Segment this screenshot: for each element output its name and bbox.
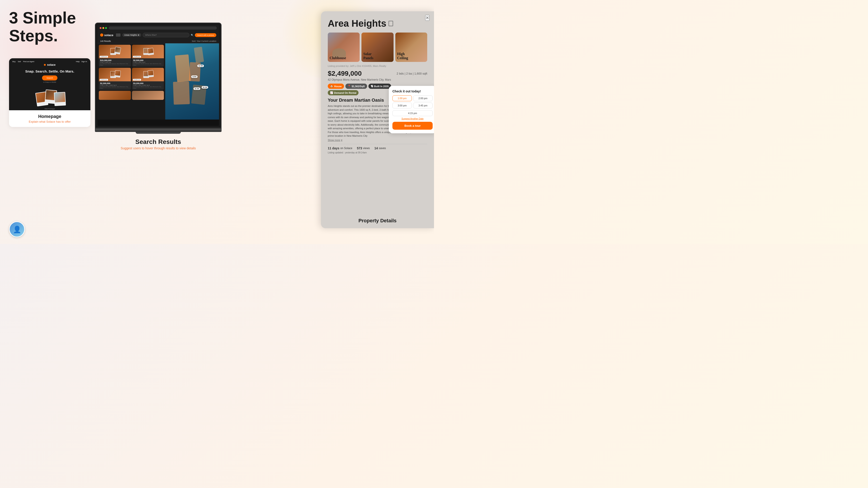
- listing-card[interactable]: Clubhouse $2,500,000 2 bd | 1,900 Sq ft …: [132, 45, 164, 67]
- main-title: 3 Simple Steps.: [9, 9, 99, 45]
- map-view: $2.5M $15M $2.3M $5.2M: [165, 43, 219, 120]
- mockup-polaroids: [36, 92, 63, 106]
- property-panel: ✕ Area Heights Clubhouse SolarPanels Hig…: [321, 11, 434, 228]
- laptop-stand: [135, 132, 181, 134]
- listing-image: Clubhouse: [99, 45, 131, 58]
- listing-card[interactable]: Clubhouse $15,300,000 4 bd | 3,600 Sq 42…: [99, 45, 131, 67]
- listing-updated: Listing updated : yesterday at 09:14am: [328, 151, 427, 154]
- trend-icon: 📈: [330, 91, 333, 94]
- listing-address: 42 Olympus Mons Avenue, New Marineris Ci…: [133, 63, 163, 66]
- show-more-button[interactable]: Show more ▾: [328, 139, 427, 142]
- results-count: 140 Results: [100, 40, 111, 42]
- prop-img-label-2: SolarPanels: [363, 52, 373, 60]
- listing-tag: Clubhouse: [100, 56, 108, 58]
- tag-rental[interactable]: 📈 Demand On Rental: [328, 90, 359, 95]
- map-block: [173, 81, 190, 105]
- laptop-section: solace Areas Heights ⊗ Where Else? 🔍: [95, 23, 221, 150]
- step1-info: Homepage Explain what Solace has to offe…: [9, 110, 90, 127]
- map-pin: $5.2M: [202, 86, 208, 89]
- app-search-bar: Areas Heights ⊗ Where Else? 🔍 Search wit…: [122, 33, 216, 37]
- property-image-3[interactable]: HighCeiling: [395, 33, 427, 62]
- listing-image: Clubhouse: [132, 45, 164, 58]
- close-button[interactable]: ✕: [425, 15, 430, 21]
- mockup-logo: solace: [44, 63, 55, 66]
- bookmark-icon[interactable]: [389, 21, 393, 26]
- book-tour-button[interactable]: Book a tour: [393, 122, 433, 130]
- app-logo-text: solace: [104, 33, 113, 37]
- time-slot-345pm[interactable]: 3:45 pm: [413, 103, 433, 108]
- map-background: [165, 43, 219, 120]
- suggest-another-date[interactable]: Suggest Another Date: [393, 118, 433, 120]
- listing-card[interactable]: [99, 91, 131, 100]
- listing-tag: Clubhouse: [100, 79, 108, 80]
- results-bar: 140 Results Sort: Your Current Location: [97, 39, 219, 43]
- chevron-down-icon: ▾: [341, 139, 342, 142]
- price-row: $2,499,000 2 bds | 2 ba | 1,600 sqft: [328, 70, 427, 77]
- laptop-screen-inner: solace Areas Heights ⊗ Where Else? 🔍: [97, 31, 219, 126]
- stat-views: 573 views: [357, 147, 370, 150]
- app-logo: solace: [100, 33, 113, 37]
- listing-card[interactable]: Clubhouse $3,200,000 3 bd | 2 ba | 2,000…: [132, 68, 164, 90]
- property-image-1[interactable]: Clubhouse: [328, 33, 360, 62]
- location-tag-text: Areas Heights: [124, 34, 137, 36]
- step2-title: Search Results: [95, 138, 221, 145]
- property-images: Clubhouse SolarPanels HighCeiling: [328, 33, 427, 62]
- menu-icon[interactable]: [116, 33, 121, 37]
- listing-details: 4 bd | 2 ba | 1,600 Sq ft: [100, 85, 129, 86]
- time-slot-1pm[interactable]: 1:00 pm: [393, 95, 412, 101]
- search-input[interactable]: Where Else?: [143, 33, 189, 37]
- time-slot-415pm[interactable]: 4:15 pm: [393, 110, 433, 116]
- time-slot-2pm[interactable]: 2:00 pm: [413, 95, 433, 101]
- build-icon: 🏗: [371, 85, 373, 88]
- listing-price: $2,500,000: [133, 59, 163, 61]
- app-header: solace Areas Heights ⊗ Where Else? 🔍: [97, 31, 219, 39]
- booking-title: Check it out today!: [393, 90, 433, 93]
- sort-button[interactable]: Sort: Your Current Location: [192, 40, 216, 42]
- listing-image: Clubhouse: [132, 68, 164, 81]
- listing-tag: Clubhouse: [133, 56, 141, 58]
- listings-grid: Clubhouse $15,300,000 4 bd | 3,600 Sq 42…: [97, 43, 165, 120]
- homepage-step-card: Buy Sell Find an Agent Help Sign In sola…: [9, 58, 90, 127]
- listing-price: $2,300,000: [100, 82, 129, 85]
- listing-details: 2 bd | 1,900 Sq ft: [133, 61, 163, 63]
- prop-img-label-3: HighCeiling: [397, 52, 408, 60]
- map-block: [175, 54, 191, 82]
- listing-price: $3,200,000: [133, 82, 163, 85]
- location-tag[interactable]: Areas Heights ⊗: [122, 33, 141, 37]
- listing-info: $15,300,000 4 bd | 3,600 Sq 42 Olympus M…: [99, 58, 131, 67]
- dot-red: [100, 27, 101, 29]
- listing-image: Clubhouse: [99, 68, 131, 81]
- tag-built[interactable]: 🏗 Built In 2035: [368, 84, 391, 89]
- app-body: Clubhouse $15,300,000 4 bd | 3,600 Sq 42…: [97, 43, 219, 120]
- search-with-picture-button[interactable]: Search with a picture: [195, 33, 216, 37]
- property-image-2[interactable]: SolarPanels: [362, 33, 393, 62]
- tag-house[interactable]: 🏠 House: [328, 84, 344, 89]
- laptop: solace Areas Heights ⊗ Where Else? 🔍: [95, 23, 221, 134]
- mockup-hero: Snap. Search. Settle. On Mars. Search or…: [25, 69, 74, 83]
- laptop-base: [95, 128, 221, 132]
- map-pin: $15M: [191, 75, 197, 78]
- map-pin: $2.5M: [197, 65, 204, 67]
- left-section: 3 Simple Steps. Buy Sell Find an Agent H…: [9, 9, 99, 127]
- app-logo-dot: [100, 33, 103, 37]
- listing-info: $2,300,000 4 bd | 2 ba | 1,600 Sq ft 42 …: [99, 81, 131, 90]
- property-price: $2,499,000: [328, 70, 362, 77]
- listing-details: 4 bd | 3,600 Sq: [100, 61, 129, 63]
- listing-info: $2,500,000 2 bd | 1,900 Sq ft 42 Olympus…: [132, 58, 164, 67]
- search-icon[interactable]: 🔍: [191, 34, 193, 36]
- listing-card[interactable]: Clubhouse $2,300,000 4 bd | 2 ba | 1,600…: [99, 68, 131, 90]
- step2-label: Search Results Suggest users to hover th…: [95, 138, 221, 150]
- listing-image: [132, 91, 164, 100]
- listing-card[interactable]: [132, 91, 164, 100]
- mockup-nav: Buy Sell Find an Agent Help Sign In: [9, 61, 90, 63]
- listing-by: Listing provided by: Jeff Li Dre #154455…: [328, 65, 427, 67]
- solace-app: solace Areas Heights ⊗ Where Else? 🔍: [97, 31, 219, 120]
- listing-details: 3 bd | 2 ba | 2,000 Sq ft: [133, 85, 163, 86]
- step1-subtitle: Explain what Solace has to offer: [13, 120, 86, 123]
- property-details-label: Property Details: [328, 218, 427, 224]
- time-slot-3pm[interactable]: 3:00 pm: [393, 103, 412, 108]
- stat-saves: 14 saves: [374, 147, 386, 150]
- mockup-search-button[interactable]: Search: [42, 75, 58, 80]
- mockup-logo-text: solace: [47, 63, 55, 66]
- tag-price-sqft[interactable]: 📍 $1,562/Sqft: [345, 84, 367, 89]
